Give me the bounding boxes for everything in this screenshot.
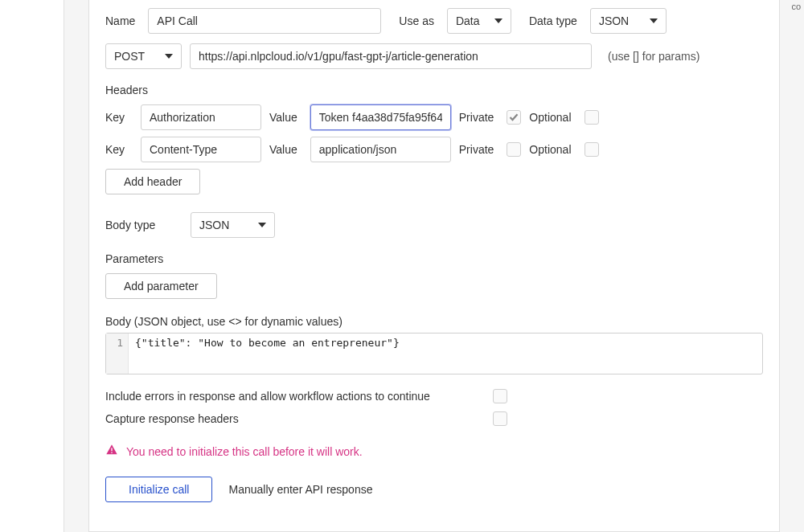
data-type-value: JSON (599, 14, 629, 27)
header-row: Key Value Private Optional (105, 104, 763, 130)
initialize-warning: You need to initialize this call before … (105, 444, 763, 459)
data-type-select[interactable]: JSON (590, 8, 667, 34)
corner-badge: co (788, 0, 804, 13)
url-hint: (use [] for params) (608, 50, 699, 63)
http-method-value: POST (114, 50, 145, 63)
caret-down-icon (165, 54, 173, 59)
header-key-input[interactable] (141, 137, 261, 162)
header-key-label: Key (105, 143, 128, 156)
use-as-select[interactable]: Data (447, 8, 511, 34)
svg-rect-0 (111, 448, 112, 451)
check-icon (509, 113, 519, 122)
body-type-label: Body type (105, 219, 178, 231)
caret-down-icon (258, 223, 266, 227)
caret-down-icon (650, 18, 658, 23)
left-sidebar (0, 0, 64, 532)
use-as-value: Data (456, 14, 480, 27)
add-header-button[interactable]: Add header (105, 169, 200, 194)
headers-title: Headers (105, 84, 763, 96)
data-type-label: Data type (529, 14, 577, 27)
header-private-label: Private (459, 143, 494, 156)
header-private-checkbox[interactable] (507, 110, 521, 125)
include-errors-label: Include errors in response and allow wor… (105, 390, 430, 403)
body-json-content[interactable]: {"title": "How to become an entrepreneur… (129, 334, 762, 374)
capture-headers-label: Capture response headers (105, 412, 239, 425)
header-key-input[interactable] (141, 104, 261, 130)
capture-headers-checkbox[interactable] (493, 411, 507, 426)
use-as-label: Use as (399, 14, 434, 27)
http-method-select[interactable]: POST (105, 43, 182, 69)
body-json-editor[interactable]: 1 {"title": "How to become an entreprene… (105, 333, 763, 374)
url-input[interactable] (190, 43, 592, 69)
manual-response-link[interactable]: Manually enter API response (228, 483, 372, 496)
api-call-panel: Name Use as Data Data type JSON POST (88, 0, 780, 532)
name-input[interactable] (148, 8, 381, 34)
header-value-label: Value (269, 111, 297, 124)
header-private-label: Private (459, 111, 494, 124)
header-optional-checkbox[interactable] (585, 110, 599, 125)
body-editor-label: Body (JSON object, use <> for dynamic va… (105, 315, 763, 328)
header-private-checkbox[interactable] (507, 142, 521, 157)
warning-icon (105, 444, 118, 459)
add-parameter-button[interactable]: Add parameter (105, 273, 217, 299)
parameters-title: Parameters (105, 252, 763, 265)
body-type-value: JSON (199, 219, 229, 231)
header-value-label: Value (269, 143, 297, 156)
caret-down-icon (494, 18, 503, 23)
header-value-input[interactable] (310, 104, 451, 130)
header-optional-checkbox[interactable] (585, 142, 599, 157)
header-optional-label: Optional (529, 143, 571, 156)
warning-text: You need to initialize this call before … (126, 445, 363, 458)
header-optional-label: Optional (529, 111, 571, 124)
body-type-select[interactable]: JSON (191, 212, 275, 238)
include-errors-checkbox[interactable] (493, 389, 507, 403)
initialize-call-button[interactable]: Initialize call (105, 477, 212, 502)
svg-rect-1 (111, 452, 112, 453)
header-row: Key Value Private Optional (105, 137, 763, 162)
header-value-input[interactable] (310, 137, 451, 162)
header-key-label: Key (105, 111, 128, 124)
name-label: Name (105, 14, 135, 27)
line-number: 1 (106, 334, 129, 374)
